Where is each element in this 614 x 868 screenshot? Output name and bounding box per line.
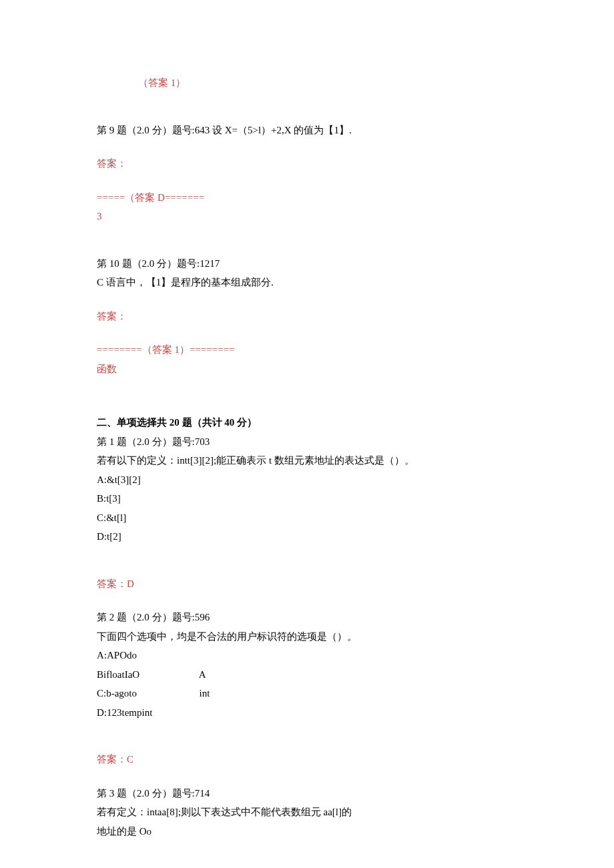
question-10-header: 第 10 题（2.0 分）题号:1217 — [97, 254, 517, 274]
section2-q2-option-b-right: A — [199, 669, 206, 680]
section2-q1-option-c: C:&t[l] — [97, 508, 517, 528]
section2-q2-body: 下面四个选项中，均是不合法的用户标识符的选项是（）。 — [97, 627, 517, 646]
section2-q1-answer: 答案：D — [97, 574, 517, 594]
section2-q3-body-line2: 地址的是 Oo — [97, 822, 517, 841]
section2-q2-option-b: BifloatIaO A — [97, 665, 517, 685]
section2-q2-answer: 答案：C — [97, 750, 517, 769]
section2-q3-header: 第 3 题（2.0 分）题号:714 — [97, 784, 517, 803]
section2-q2-option-a: A:APOdo — [97, 646, 517, 665]
answer-label-q9: 答案： — [97, 154, 517, 173]
section2-q1-body: 若有以下的定义：intt[3][2];能正确表示 t 数组元素地址的表达式是（）… — [97, 451, 517, 470]
section2-q1-option-a: A:&t[3][2] — [97, 470, 517, 490]
section2-q2-option-c: C:b-agoto int — [97, 684, 517, 703]
question-9-header: 第 9 题（2.0 分）题号:643 设 X=（5>l）+2,X 的值为【1】. — [97, 121, 517, 140]
section2-q3-body-line1: 若有定义：intaa[8];则以下表达式中不能代表数组元 aa[l]的 — [97, 803, 517, 822]
section2-q1-option-d: D:t[2] — [97, 527, 517, 546]
answer-marker-line: （答案 1） — [97, 73, 517, 93]
section2-q1-header: 第 1 题（2.0 分）题号:703 — [97, 432, 517, 452]
answer-value-q10: 函数 — [97, 360, 517, 379]
section2-q2-option-b-left: BifloatIaO — [97, 665, 157, 685]
answer-separator-q10: ========（答案 1）======== — [97, 340, 517, 360]
section2-q2-option-d: D:123tempint — [97, 703, 517, 723]
answer-separator-q9: =====（答案 D======= — [97, 188, 517, 207]
section2-q1-option-b: B:t[3] — [97, 489, 517, 508]
section2-q2-option-c-left: C:b-agoto — [97, 684, 157, 703]
answer-label-q10: 答案： — [97, 307, 517, 326]
question-10-body: C 语言中，【1】是程序的基本组成部分. — [97, 273, 517, 292]
section2-q2-option-c-right: int — [200, 688, 210, 699]
section2-q2-header: 第 2 题（2.0 分）题号:596 — [97, 608, 517, 627]
section-2-title: 二、单项选择共 20 题（共计 40 分） — [97, 413, 517, 432]
answer-value-q9: 3 — [97, 207, 517, 226]
